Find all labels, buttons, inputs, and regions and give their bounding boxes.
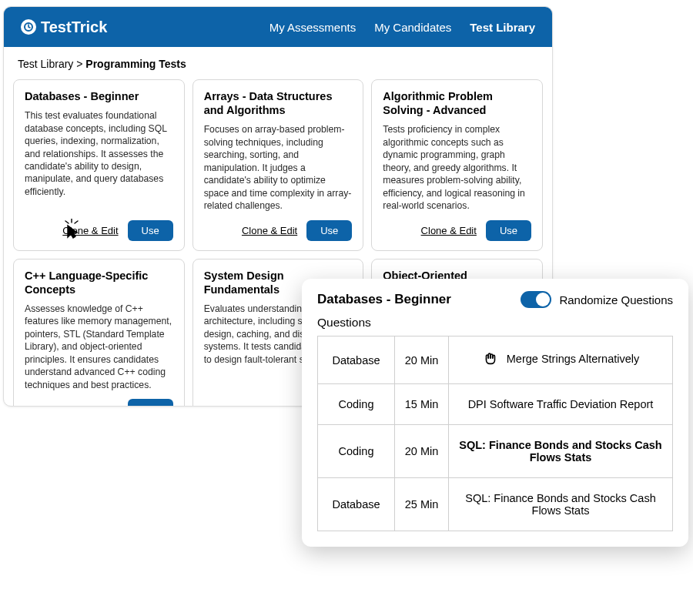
panel-title: Databases - Beginner [317, 292, 451, 307]
card-actions: Clone & Edit Use [204, 213, 353, 241]
question-category: Database [318, 336, 395, 384]
brand-logo[interactable]: TestTrick [21, 18, 107, 36]
card-title: C++ Language-Specific Concepts [25, 269, 173, 296]
breadcrumb: Test Library > Programming Tests [4, 47, 552, 75]
question-name: DPI Software Traffic Deviation Report [449, 384, 673, 425]
question-category: Database [318, 478, 395, 531]
card-desc: Tests proficiency in complex algorithmic… [383, 123, 531, 212]
app-header: TestTrick My Assessments My Candidates T… [4, 7, 552, 47]
card-actions: Clone & Edit Use [25, 213, 173, 241]
panel-header: Databases - Beginner Randomize Questions [317, 291, 673, 308]
question-name: SQL: Finance Bonds and Stocks Cash Flows… [449, 478, 673, 531]
clone-edit-link[interactable]: Clone & Edit [62, 225, 118, 236]
card-title: Arrays - Data Structures and Algorithms [204, 89, 353, 117]
clone-edit-link[interactable]: Clone & Edit [242, 403, 297, 407]
test-detail-panel: Databases - Beginner Randomize Questions… [302, 279, 688, 547]
use-button[interactable]: Use [128, 220, 173, 241]
randomize-toggle[interactable] [521, 291, 551, 308]
card-actions: Clone & Edit Use [25, 391, 173, 407]
table-row[interactable]: Coding 15 Min DPI Software Traffic Devia… [318, 384, 673, 425]
clone-edit-link[interactable]: Clone & Edit [242, 225, 297, 236]
use-button[interactable]: Use [306, 220, 352, 241]
question-duration: 20 Min [395, 336, 449, 384]
nav-my-assessments[interactable]: My Assessments [270, 21, 357, 34]
use-button[interactable]: Use [486, 220, 531, 241]
table-row[interactable]: Coding 20 Min SQL: Finance Bonds and Sto… [318, 425, 673, 478]
use-button[interactable]: Use [128, 399, 173, 407]
randomize-label: Randomize Questions [559, 293, 673, 306]
question-name: SQL: Finance Bonds and Stocks Cash Flows… [449, 425, 673, 478]
card-desc: Assesses knowledge of C++ features like … [25, 303, 173, 391]
card-actions: Clone & Edit Use [383, 213, 531, 241]
question-name: Merge Strings Alternatively [449, 336, 673, 384]
table-row[interactable]: Database 20 Min Merge Strings Alternativ… [318, 336, 673, 384]
question-duration: 15 Min [395, 384, 449, 425]
questions-table: Database 20 Min Merge Strings Alternativ… [317, 336, 673, 531]
card-desc: Focuses on array-based problem-solving t… [204, 123, 353, 212]
question-name-text: Merge Strings Alternatively [507, 353, 639, 365]
questions-heading: Questions [317, 316, 673, 330]
clone-edit-link[interactable]: Clone & Edit [421, 225, 477, 236]
question-duration: 25 Min [395, 478, 449, 531]
test-card: Databases - Beginner This test evaluates… [13, 79, 185, 251]
clock-icon [21, 19, 36, 35]
grab-icon[interactable] [482, 350, 499, 370]
card-title: Algorithmic Problem Solving - Advanced [383, 89, 531, 117]
test-card: Algorithmic Problem Solving - Advanced T… [371, 79, 543, 251]
question-category: Coding [318, 425, 395, 478]
breadcrumb-root[interactable]: Test Library [18, 58, 73, 70]
card-desc: This test evaluates foundational databas… [25, 109, 173, 198]
nav-my-candidates[interactable]: My Candidates [374, 21, 451, 34]
brand-name: TestTrick [41, 18, 107, 36]
nav-test-library[interactable]: Test Library [470, 21, 535, 34]
top-nav: My Assessments My Candidates Test Librar… [270, 21, 535, 34]
test-card: C++ Language-Specific Concepts Assesses … [13, 259, 185, 407]
breadcrumb-current: Programming Tests [85, 58, 186, 70]
randomize-toggle-wrap: Randomize Questions [521, 291, 673, 308]
card-title: Databases - Beginner [25, 89, 173, 103]
question-category: Coding [318, 384, 395, 425]
clone-edit-link[interactable]: Clone & Edit [62, 403, 118, 407]
toggle-knob [536, 293, 550, 306]
test-card: Arrays - Data Structures and Algorithms … [192, 79, 364, 251]
breadcrumb-sep: > [76, 58, 82, 70]
question-duration: 20 Min [395, 425, 449, 478]
table-row[interactable]: Database 25 Min SQL: Finance Bonds and S… [318, 478, 673, 531]
